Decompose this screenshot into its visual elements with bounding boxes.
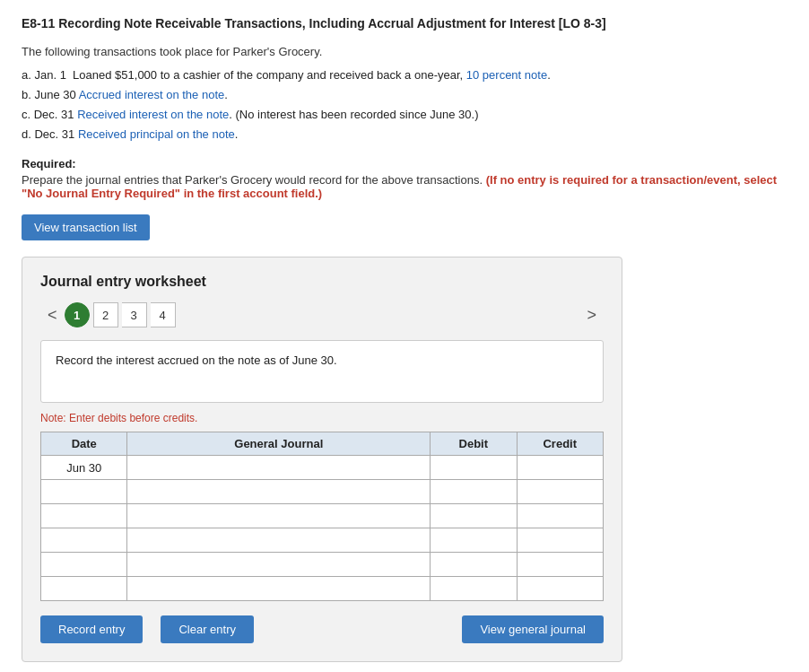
date-input-2[interactable] — [47, 483, 121, 501]
date-input-6[interactable] — [47, 580, 121, 598]
table-row — [41, 577, 604, 601]
credit-cell-3[interactable] — [517, 504, 603, 528]
journal-input-3[interactable] — [133, 507, 424, 525]
page-title: E8-11 Recording Note Receivable Transact… — [22, 16, 787, 31]
intro-text: The following transactions took place fo… — [22, 45, 787, 58]
journal-table: Date General Journal Debit Credit Jun 30 — [40, 432, 604, 601]
date-cell-3[interactable] — [41, 504, 127, 528]
required-label: Required: — [22, 157, 787, 170]
col-header-date: Date — [41, 432, 127, 456]
buttons-row: Record entry Clear entry View general jo… — [40, 615, 604, 643]
credit-input-6[interactable] — [523, 580, 597, 598]
table-row — [41, 480, 604, 504]
tab-nav-right[interactable]: > — [579, 304, 604, 327]
col-header-debit: Debit — [431, 432, 517, 456]
credit-input-1[interactable] — [523, 458, 597, 476]
date-input-4[interactable] — [47, 531, 121, 549]
journal-input-1[interactable] — [133, 458, 424, 476]
view-transaction-button[interactable]: View transaction list — [22, 214, 150, 240]
date-cell-2[interactable] — [41, 480, 127, 504]
journal-cell-5[interactable] — [127, 553, 431, 577]
credit-input-2[interactable] — [523, 483, 597, 501]
debit-cell-3[interactable] — [431, 504, 517, 528]
debit-cell-2[interactable] — [431, 480, 517, 504]
tab-nav-left[interactable]: < — [40, 304, 65, 327]
debit-input-1[interactable] — [436, 458, 510, 476]
required-body: Prepare the journal entries that Parker'… — [22, 173, 777, 200]
transactions-list: a. Jan. 1 Loaned $51,000 to a cashier of… — [22, 65, 787, 144]
instruction-box: Record the interest accrued on the note … — [40, 340, 604, 403]
date-cell-6[interactable] — [41, 577, 127, 601]
date-cell-1: Jun 30 — [41, 456, 127, 480]
tab-4[interactable]: 4 — [151, 302, 176, 327]
credit-cell-6[interactable] — [517, 577, 603, 601]
date-cell-5[interactable] — [41, 553, 127, 577]
journal-input-2[interactable] — [133, 483, 424, 501]
journal-cell-1[interactable] — [127, 456, 431, 480]
debit-cell-1[interactable] — [431, 456, 517, 480]
credit-input-5[interactable] — [523, 555, 597, 573]
transaction-c: c. Dec. 31 Received interest on the note… — [22, 105, 787, 125]
date-cell-4[interactable] — [41, 528, 127, 553]
record-entry-button[interactable]: Record entry — [40, 615, 143, 643]
transaction-b: b. June 30 Accrued interest on the note. — [22, 85, 787, 105]
credit-cell-2[interactable] — [517, 480, 603, 504]
tab-2[interactable]: 2 — [93, 302, 118, 327]
table-row — [41, 528, 604, 553]
col-header-journal: General Journal — [127, 432, 431, 456]
debit-input-5[interactable] — [436, 555, 510, 573]
journal-cell-4[interactable] — [127, 528, 431, 553]
table-row: Jun 30 — [41, 456, 604, 480]
tabs-row: < 1 2 3 4 > — [40, 302, 604, 327]
transaction-a: a. Jan. 1 Loaned $51,000 to a cashier of… — [22, 65, 787, 85]
note-text: Note: Enter debits before credits. — [40, 412, 604, 424]
debit-input-4[interactable] — [436, 531, 510, 549]
journal-input-5[interactable] — [133, 555, 424, 573]
tab-3[interactable]: 3 — [122, 302, 147, 327]
journal-cell-6[interactable] — [127, 577, 431, 601]
debit-cell-4[interactable] — [431, 528, 517, 553]
clear-entry-button[interactable]: Clear entry — [161, 615, 254, 643]
table-row — [41, 504, 604, 528]
table-row — [41, 553, 604, 577]
date-input-5[interactable] — [47, 555, 121, 573]
journal-input-4[interactable] — [133, 531, 424, 549]
credit-cell-5[interactable] — [517, 553, 603, 577]
required-section: Required: Prepare the journal entries th… — [22, 157, 787, 200]
debit-input-2[interactable] — [436, 483, 510, 501]
credit-cell-4[interactable] — [517, 528, 603, 553]
worksheet-container: Journal entry worksheet < 1 2 3 4 > Reco… — [22, 257, 622, 662]
credit-input-4[interactable] — [523, 531, 597, 549]
tab-1[interactable]: 1 — [65, 302, 90, 327]
journal-cell-3[interactable] — [127, 504, 431, 528]
journal-cell-2[interactable] — [127, 480, 431, 504]
transaction-d: d. Dec. 31 Received principal on the not… — [22, 125, 787, 144]
debit-cell-6[interactable] — [431, 577, 517, 601]
credit-input-3[interactable] — [523, 507, 597, 525]
view-general-journal-button[interactable]: View general journal — [462, 615, 604, 643]
debit-input-6[interactable] — [436, 580, 510, 598]
debit-cell-5[interactable] — [431, 553, 517, 577]
credit-cell-1[interactable] — [517, 456, 603, 480]
debit-input-3[interactable] — [436, 507, 510, 525]
date-input-3[interactable] — [47, 507, 121, 525]
worksheet-title: Journal entry worksheet — [40, 274, 604, 290]
journal-input-6[interactable] — [133, 580, 424, 598]
col-header-credit: Credit — [517, 432, 603, 456]
